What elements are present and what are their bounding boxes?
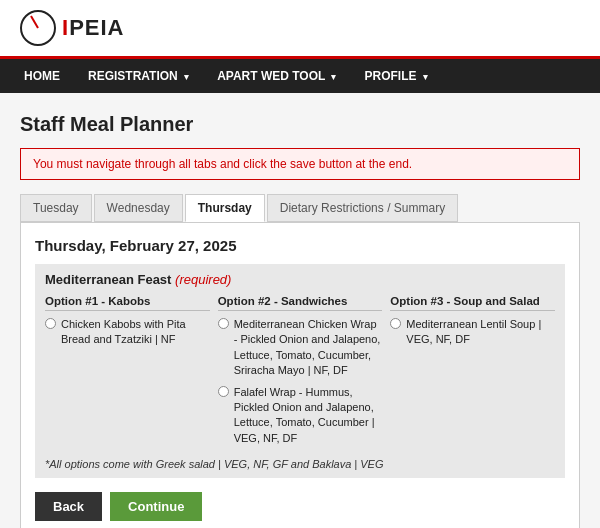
header: IPEIA [0, 0, 600, 59]
option-col-2: Option #2 - Sandwiches Mediterranean Chi… [218, 295, 383, 452]
option-1-header: Option #1 - Kabobs [45, 295, 210, 311]
radio-kabobs[interactable] [45, 318, 56, 329]
option-col-3: Option #3 - Soup and Salad Mediterranean… [390, 295, 555, 452]
tabs: Tuesday Wednesday Thursday Dietary Restr… [20, 194, 580, 222]
logo-needle [30, 15, 39, 28]
nav-apart-web-tool[interactable]: APART WED TOOL ▾ [203, 59, 350, 93]
radio-falafel-wrap[interactable] [218, 386, 229, 397]
option-2-header: Option #2 - Sandwiches [218, 295, 383, 311]
nav-profile[interactable]: PROFILE ▾ [350, 59, 441, 93]
panel: Thursday, February 27, 2025 Mediterranea… [20, 222, 580, 528]
tab-tuesday[interactable]: Tuesday [20, 194, 92, 222]
nav-home[interactable]: HOME [10, 59, 74, 93]
radio-chicken-wrap[interactable] [218, 318, 229, 329]
options-grid: Option #1 - Kabobs Chicken Kabobs with P… [45, 295, 555, 452]
caret-icon: ▾ [184, 72, 189, 82]
option-2-item-1[interactable]: Mediterranean Chicken Wrap - Pickled Oni… [218, 317, 383, 379]
option-col-1: Option #1 - Kabobs Chicken Kabobs with P… [45, 295, 210, 452]
meal-section: Mediterranean Feast (required) Option #1… [35, 264, 565, 478]
option-3-header: Option #3 - Soup and Salad [390, 295, 555, 311]
nav-registration[interactable]: REGISTRATION ▾ [74, 59, 203, 93]
option-3-item-1[interactable]: Mediterranean Lentil Soup | VEG, NF, DF [390, 317, 555, 348]
caret-icon: ▾ [423, 72, 428, 82]
caret-icon: ▾ [331, 72, 336, 82]
alert-message: You must navigate through all tabs and c… [20, 148, 580, 180]
page-title: Staff Meal Planner [20, 113, 580, 136]
tab-dietary[interactable]: Dietary Restrictions / Summary [267, 194, 458, 222]
meal-title: Mediterranean Feast (required) [45, 272, 555, 287]
radio-lentil-soup[interactable] [390, 318, 401, 329]
option-1-item-1[interactable]: Chicken Kabobs with Pita Bread and Tzatz… [45, 317, 210, 348]
logo-icon [20, 10, 56, 46]
tab-wednesday[interactable]: Wednesday [94, 194, 183, 222]
main-content: Staff Meal Planner You must navigate thr… [0, 93, 600, 528]
button-row: Back Continue [35, 492, 565, 521]
option-2-item-2[interactable]: Falafel Wrap - Hummus, Pickled Onion and… [218, 385, 383, 447]
continue-button[interactable]: Continue [110, 492, 202, 521]
meal-footnote: *All options come with Greek salad | VEG… [45, 458, 555, 470]
back-button[interactable]: Back [35, 492, 102, 521]
main-nav: HOME REGISTRATION ▾ APART WED TOOL ▾ PRO… [0, 59, 600, 93]
panel-date: Thursday, February 27, 2025 [35, 237, 565, 254]
tab-thursday[interactable]: Thursday [185, 194, 265, 222]
logo-text: IPEIA [62, 15, 124, 41]
logo: IPEIA [20, 10, 124, 46]
